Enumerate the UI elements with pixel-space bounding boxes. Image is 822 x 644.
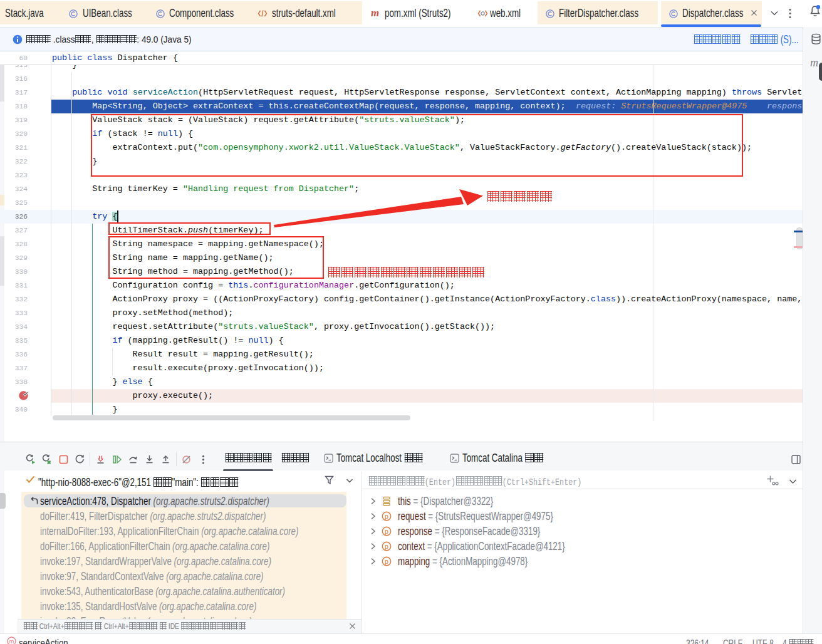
svg-text:m: m [9,638,14,644]
svg-text:p: p [385,543,388,549]
svg-text:p: p [385,558,388,564]
svg-text:p: p [385,527,388,534]
svg-text:p: p [385,512,388,519]
